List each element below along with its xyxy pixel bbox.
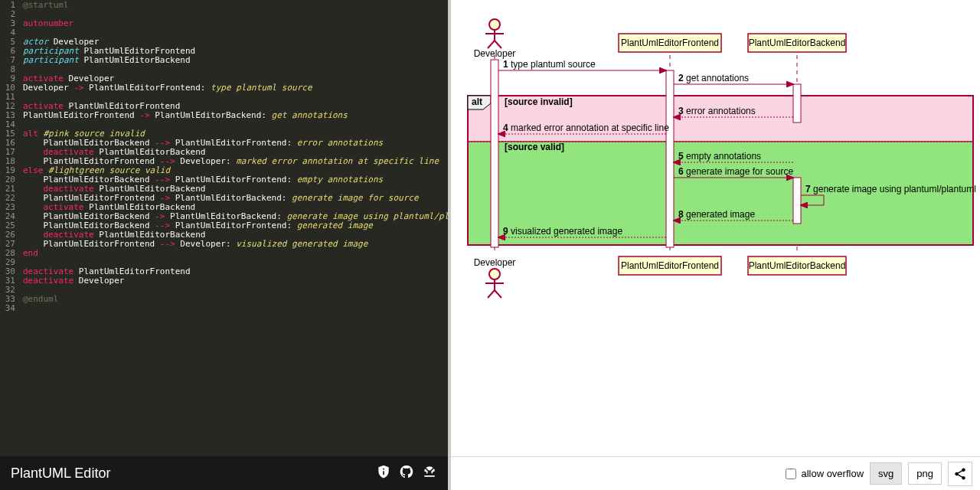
svg-text:8 generated image: 8 generated image [678, 209, 755, 220]
svg-text:Developer: Developer [474, 48, 516, 59]
svg-text:7 generate image using plantum: 7 generate image using plantuml/plantuml [805, 184, 976, 194]
editor-pane: 1@startuml23autonumber45actor Developer6… [0, 0, 448, 490]
svg-text:alt: alt [472, 96, 482, 107]
preview-footer: allow overflow svg png [451, 456, 980, 490]
allow-overflow-input[interactable] [786, 469, 796, 479]
svg-text:PlantUmlEditorBackend: PlantUmlEditorBackend [749, 260, 846, 271]
support-icon[interactable] [422, 464, 437, 482]
share-icon [953, 467, 967, 481]
svg-text:6 generate image for source: 6 generate image for source [678, 166, 793, 177]
diagram-view[interactable]: alt [source invalid] [source valid] Deve… [451, 0, 980, 456]
preview-pane: alt [source invalid] [source valid] Deve… [448, 0, 980, 490]
svg-text:9 visualized generated image: 9 visualized generated image [503, 226, 622, 237]
github-icon[interactable] [399, 464, 414, 482]
svg-text:1 type plantuml source: 1 type plantuml source [503, 59, 596, 70]
svg-text:5 empty annotations: 5 empty annotations [678, 151, 761, 162]
png-button[interactable]: png [908, 462, 942, 485]
svg-rect-12 [793, 84, 801, 122]
svg-text:2 get annotations: 2 get annotations [678, 73, 749, 83]
svg-text:Developer: Developer [474, 257, 516, 268]
info-icon[interactable] [376, 464, 391, 482]
svg-line-18 [495, 41, 501, 48]
svg-rect-13 [793, 178, 801, 224]
svg-button[interactable]: svg [870, 462, 902, 485]
app-title: PlantUML Editor [11, 466, 110, 482]
code-editor[interactable]: 1@startuml23autonumber45actor Developer6… [0, 0, 448, 456]
svg-text:4 marked error annotation at s: 4 marked error annotation at specific li… [503, 122, 669, 133]
actor-developer-top: Developer [474, 19, 516, 59]
svg-rect-11 [666, 70, 674, 247]
svg-point-23 [489, 269, 500, 279]
svg-text:PlantUmlEditorFrontend: PlantUmlEditorFrontend [621, 38, 719, 48]
svg-line-26 [488, 290, 495, 298]
svg-text:[source valid]: [source valid] [505, 142, 564, 152]
svg-text:[source invalid]: [source invalid] [505, 96, 573, 107]
svg-rect-10 [491, 60, 498, 247]
editor-footer: PlantUML Editor [0, 456, 448, 490]
actor-developer-bottom: Developer [474, 257, 516, 298]
svg-text:3 error annotations: 3 error annotations [678, 106, 756, 116]
svg-line-27 [495, 290, 501, 298]
share-button[interactable] [948, 462, 972, 486]
svg-point-14 [489, 19, 500, 30]
svg-text:PlantUmlEditorFrontend: PlantUmlEditorFrontend [621, 260, 719, 271]
svg-text:PlantUmlEditorBackend: PlantUmlEditorBackend [749, 38, 846, 48]
svg-line-17 [488, 41, 495, 48]
allow-overflow-checkbox[interactable]: allow overflow [786, 468, 864, 479]
